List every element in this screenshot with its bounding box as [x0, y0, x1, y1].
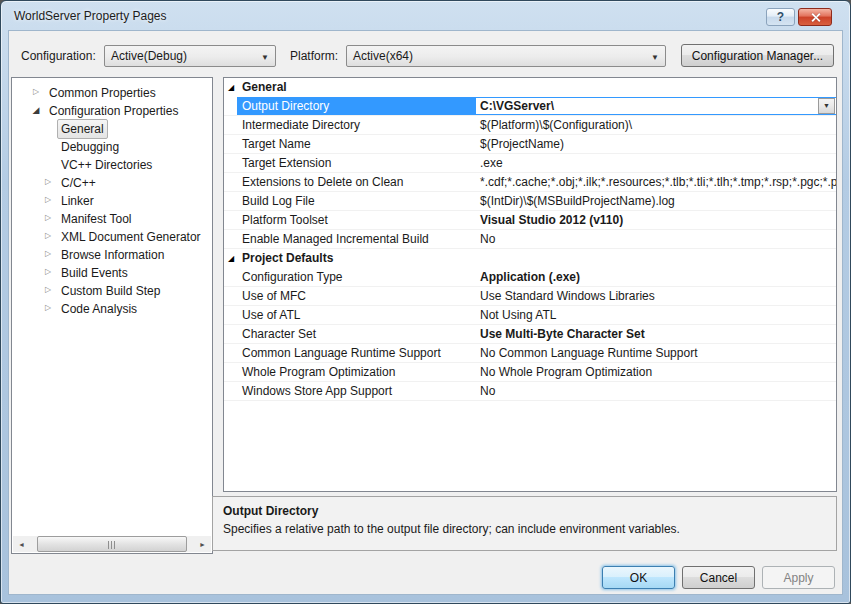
- tree-collapsed-icon[interactable]: ▷: [42, 245, 54, 263]
- tree-expanded-icon[interactable]: ◢: [30, 101, 42, 119]
- property-name[interactable]: Windows Store App Support: [237, 382, 476, 400]
- cancel-button[interactable]: Cancel: [682, 566, 755, 589]
- tree-item-common-properties[interactable]: ▷Common Properties: [12, 83, 212, 101]
- tree-item-label: VC++ Directories: [57, 155, 156, 175]
- property-row-configuration-type[interactable]: Configuration TypeApplication (.exe): [224, 268, 836, 287]
- property-value[interactable]: $(ProjectName): [476, 135, 836, 153]
- dropdown-arrow-icon: ▼: [261, 53, 269, 62]
- property-value[interactable]: No Whole Program Optimization: [476, 363, 836, 381]
- tree-item-c-c[interactable]: ▷C/C++: [12, 173, 212, 191]
- configuration-manager-button[interactable]: Configuration Manager...: [681, 44, 834, 67]
- apply-button[interactable]: Apply: [762, 566, 835, 589]
- tree-item-configuration-properties[interactable]: ◢Configuration Properties: [12, 101, 212, 119]
- property-name[interactable]: Platform Toolset: [237, 211, 476, 229]
- platform-combobox[interactable]: Active(x64) ▼: [346, 45, 666, 67]
- property-value[interactable]: No Common Language Runtime Support: [476, 344, 836, 362]
- tree-item-debugging[interactable]: Debugging: [12, 137, 212, 155]
- property-row-whole-program-optimization[interactable]: Whole Program OptimizationNo Whole Progr…: [224, 363, 836, 382]
- property-name[interactable]: Use of MFC: [237, 287, 476, 305]
- help-button[interactable]: ?: [766, 8, 795, 26]
- titlebar[interactable]: WorldServer Property Pages ?: [1, 1, 850, 30]
- property-row-platform-toolset[interactable]: Platform ToolsetVisual Studio 2012 (v110…: [224, 211, 836, 230]
- tree-item-label: XML Document Generator: [57, 227, 205, 247]
- property-value[interactable]: Visual Studio 2012 (v110): [476, 211, 836, 229]
- property-value[interactable]: *.cdf;*.cache;*.obj;*.ilk;*.resources;*.…: [476, 173, 836, 191]
- property-value[interactable]: .exe: [476, 154, 836, 172]
- property-row-common-language-runtime-support[interactable]: Common Language Runtime SupportNo Common…: [224, 344, 836, 363]
- property-value[interactable]: Use Standard Windows Libraries: [476, 287, 836, 305]
- property-grid: ◢GeneralOutput DirectoryC:\VGServer\▼Int…: [223, 77, 837, 492]
- property-row-build-log-file[interactable]: Build Log File$(IntDir)\$(MSBuildProject…: [224, 192, 836, 211]
- tree-collapsed-icon[interactable]: ▷: [30, 83, 42, 101]
- ok-button[interactable]: OK: [602, 566, 675, 589]
- property-row-extensions-to-delete-on-clean[interactable]: Extensions to Delete on Clean*.cdf;*.cac…: [224, 173, 836, 192]
- tree-item-custom-build-step[interactable]: ▷Custom Build Step: [12, 281, 212, 299]
- scrollbar-thumb[interactable]: [37, 536, 187, 552]
- property-name[interactable]: Output Directory: [237, 97, 476, 115]
- tree-item-build-events[interactable]: ▷Build Events: [12, 263, 212, 281]
- property-value[interactable]: No: [476, 382, 836, 400]
- property-row-target-name[interactable]: Target Name$(ProjectName): [224, 135, 836, 154]
- tree-item-browse-information[interactable]: ▷Browse Information: [12, 245, 212, 263]
- configuration-combobox[interactable]: Active(Debug) ▼: [104, 45, 276, 67]
- grid-section-project-defaults[interactable]: ◢Project Defaults: [224, 249, 836, 268]
- description-panel: Output Directory Specifies a relative pa…: [212, 496, 837, 551]
- property-row-target-extension[interactable]: Target Extension.exe: [224, 154, 836, 173]
- tree-item-code-analysis[interactable]: ▷Code Analysis: [12, 299, 212, 317]
- row-indent: [224, 382, 237, 400]
- tree-collapsed-icon[interactable]: ▷: [42, 209, 54, 227]
- property-row-use-of-mfc[interactable]: Use of MFCUse Standard Windows Libraries: [224, 287, 836, 306]
- property-row-use-of-atl[interactable]: Use of ATLNot Using ATL: [224, 306, 836, 325]
- property-name[interactable]: Build Log File: [237, 192, 476, 210]
- tree-item-xml-document-generator[interactable]: ▷XML Document Generator: [12, 227, 212, 245]
- row-indent: [224, 135, 237, 153]
- property-row-intermediate-directory[interactable]: Intermediate Directory$(Platform)\$(Conf…: [224, 116, 836, 135]
- property-name[interactable]: Use of ATL: [237, 306, 476, 324]
- tree-horizontal-scrollbar[interactable]: ◄ ►: [13, 536, 211, 552]
- tree-collapsed-icon[interactable]: ▷: [42, 299, 54, 317]
- section-expanded-icon[interactable]: ◢: [224, 78, 237, 97]
- tree-collapsed-icon[interactable]: ▷: [42, 281, 54, 299]
- tree-collapsed-icon[interactable]: ▷: [42, 263, 54, 281]
- property-value[interactable]: $(Platform)\$(Configuration)\: [476, 116, 836, 134]
- window-title: WorldServer Property Pages: [14, 9, 167, 23]
- property-value[interactable]: No: [476, 230, 836, 248]
- property-row-windows-store-app-support[interactable]: Windows Store App SupportNo: [224, 382, 836, 401]
- property-name[interactable]: Target Name: [237, 135, 476, 153]
- property-value[interactable]: $(IntDir)\$(MSBuildProjectName).log: [476, 192, 836, 210]
- apply-label: Apply: [783, 571, 813, 585]
- property-name[interactable]: Extensions to Delete on Clean: [237, 173, 476, 191]
- property-name[interactable]: Intermediate Directory: [237, 116, 476, 134]
- property-name[interactable]: Common Language Runtime Support: [237, 344, 476, 362]
- tree-item-manifest-tool[interactable]: ▷Manifest Tool: [12, 209, 212, 227]
- property-row-enable-managed-incremental-build[interactable]: Enable Managed Incremental BuildNo: [224, 230, 836, 249]
- property-row-character-set[interactable]: Character SetUse Multi-Byte Character Se…: [224, 325, 836, 344]
- property-name[interactable]: Target Extension: [237, 154, 476, 172]
- property-value[interactable]: Not Using ATL: [476, 306, 836, 324]
- section-expanded-icon[interactable]: ◢: [224, 249, 237, 268]
- property-value[interactable]: Application (.exe): [476, 268, 836, 286]
- property-row-output-directory[interactable]: Output DirectoryC:\VGServer\▼: [224, 97, 836, 116]
- tree-item-label: Debugging: [57, 137, 123, 157]
- tree-collapsed-icon[interactable]: ▷: [42, 173, 54, 191]
- tree-item-vc-directories[interactable]: VC++ Directories: [12, 155, 212, 173]
- scroll-left-icon[interactable]: ◄: [13, 536, 30, 552]
- tree-collapsed-icon[interactable]: ▷: [42, 227, 54, 245]
- scroll-right-icon[interactable]: ►: [194, 536, 211, 552]
- property-value[interactable]: C:\VGServer\▼: [476, 97, 836, 115]
- grid-section-general[interactable]: ◢General: [224, 78, 836, 97]
- tree-item-linker[interactable]: ▷Linker: [12, 191, 212, 209]
- property-name[interactable]: Enable Managed Incremental Build: [237, 230, 476, 248]
- close-button[interactable]: [798, 8, 832, 26]
- configuration-manager-label: Configuration Manager...: [692, 49, 823, 63]
- scrollbar-grip-icon: [108, 541, 117, 549]
- tree-collapsed-icon[interactable]: ▷: [42, 191, 54, 209]
- value-dropdown-button[interactable]: ▼: [818, 98, 835, 114]
- property-name[interactable]: Character Set: [237, 325, 476, 343]
- tree-item-label: Custom Build Step: [57, 281, 164, 301]
- property-name[interactable]: Configuration Type: [237, 268, 476, 286]
- property-name[interactable]: Whole Program Optimization: [237, 363, 476, 381]
- window-controls: ?: [766, 8, 832, 26]
- property-value[interactable]: Use Multi-Byte Character Set: [476, 325, 836, 343]
- tree-item-general[interactable]: General: [12, 119, 212, 137]
